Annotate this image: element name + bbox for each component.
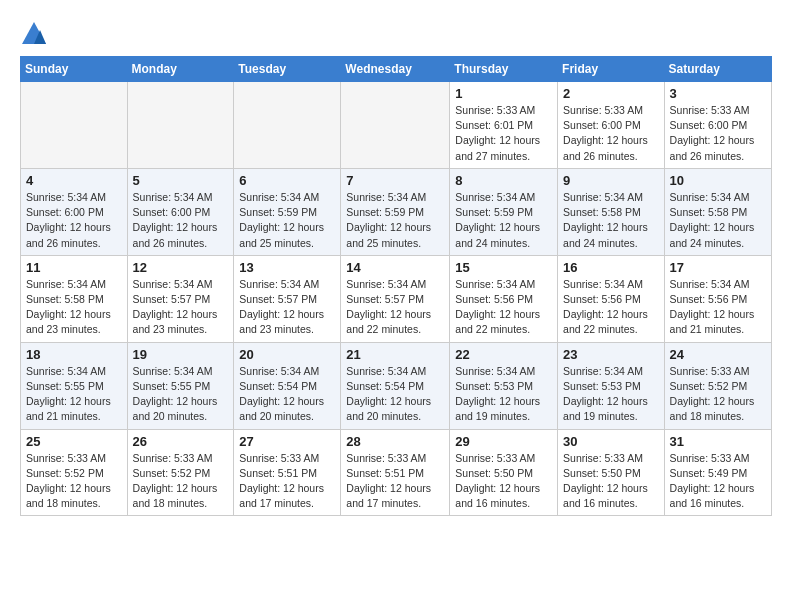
calendar-cell: 14Sunrise: 5:34 AM Sunset: 5:57 PM Dayli… xyxy=(341,255,450,342)
calendar-cell: 3Sunrise: 5:33 AM Sunset: 6:00 PM Daylig… xyxy=(664,82,771,169)
day-info: Sunrise: 5:33 AM Sunset: 6:01 PM Dayligh… xyxy=(455,103,552,164)
day-number: 11 xyxy=(26,260,122,275)
week-row-4: 18Sunrise: 5:34 AM Sunset: 5:55 PM Dayli… xyxy=(21,342,772,429)
calendar-cell: 20Sunrise: 5:34 AM Sunset: 5:54 PM Dayli… xyxy=(234,342,341,429)
day-info: Sunrise: 5:33 AM Sunset: 5:52 PM Dayligh… xyxy=(670,364,766,425)
day-number: 3 xyxy=(670,86,766,101)
day-number: 5 xyxy=(133,173,229,188)
day-number: 7 xyxy=(346,173,444,188)
calendar-cell xyxy=(341,82,450,169)
calendar-cell: 31Sunrise: 5:33 AM Sunset: 5:49 PM Dayli… xyxy=(664,429,771,516)
day-number: 18 xyxy=(26,347,122,362)
week-row-2: 4Sunrise: 5:34 AM Sunset: 6:00 PM Daylig… xyxy=(21,168,772,255)
calendar-cell: 26Sunrise: 5:33 AM Sunset: 5:52 PM Dayli… xyxy=(127,429,234,516)
calendar-cell: 15Sunrise: 5:34 AM Sunset: 5:56 PM Dayli… xyxy=(450,255,558,342)
calendar-cell: 16Sunrise: 5:34 AM Sunset: 5:56 PM Dayli… xyxy=(558,255,665,342)
calendar-table: SundayMondayTuesdayWednesdayThursdayFrid… xyxy=(20,56,772,516)
day-info: Sunrise: 5:34 AM Sunset: 5:53 PM Dayligh… xyxy=(455,364,552,425)
day-header-saturday: Saturday xyxy=(664,57,771,82)
day-number: 29 xyxy=(455,434,552,449)
day-info: Sunrise: 5:34 AM Sunset: 5:53 PM Dayligh… xyxy=(563,364,659,425)
calendar-cell: 11Sunrise: 5:34 AM Sunset: 5:58 PM Dayli… xyxy=(21,255,128,342)
day-header-sunday: Sunday xyxy=(21,57,128,82)
day-info: Sunrise: 5:34 AM Sunset: 5:55 PM Dayligh… xyxy=(26,364,122,425)
calendar-cell: 30Sunrise: 5:33 AM Sunset: 5:50 PM Dayli… xyxy=(558,429,665,516)
page-container: SundayMondayTuesdayWednesdayThursdayFrid… xyxy=(0,0,792,528)
day-number: 27 xyxy=(239,434,335,449)
day-info: Sunrise: 5:34 AM Sunset: 5:58 PM Dayligh… xyxy=(26,277,122,338)
day-number: 2 xyxy=(563,86,659,101)
calendar-cell: 25Sunrise: 5:33 AM Sunset: 5:52 PM Dayli… xyxy=(21,429,128,516)
week-row-1: 1Sunrise: 5:33 AM Sunset: 6:01 PM Daylig… xyxy=(21,82,772,169)
calendar-cell: 6Sunrise: 5:34 AM Sunset: 5:59 PM Daylig… xyxy=(234,168,341,255)
calendar-cell: 2Sunrise: 5:33 AM Sunset: 6:00 PM Daylig… xyxy=(558,82,665,169)
day-info: Sunrise: 5:34 AM Sunset: 5:57 PM Dayligh… xyxy=(346,277,444,338)
day-number: 15 xyxy=(455,260,552,275)
day-header-wednesday: Wednesday xyxy=(341,57,450,82)
calendar-cell: 19Sunrise: 5:34 AM Sunset: 5:55 PM Dayli… xyxy=(127,342,234,429)
day-number: 6 xyxy=(239,173,335,188)
day-info: Sunrise: 5:33 AM Sunset: 5:51 PM Dayligh… xyxy=(239,451,335,512)
day-info: Sunrise: 5:34 AM Sunset: 5:58 PM Dayligh… xyxy=(563,190,659,251)
calendar-cell: 22Sunrise: 5:34 AM Sunset: 5:53 PM Dayli… xyxy=(450,342,558,429)
logo xyxy=(20,20,52,48)
calendar-cell: 17Sunrise: 5:34 AM Sunset: 5:56 PM Dayli… xyxy=(664,255,771,342)
day-info: Sunrise: 5:33 AM Sunset: 5:52 PM Dayligh… xyxy=(133,451,229,512)
day-info: Sunrise: 5:34 AM Sunset: 6:00 PM Dayligh… xyxy=(26,190,122,251)
day-info: Sunrise: 5:33 AM Sunset: 5:50 PM Dayligh… xyxy=(563,451,659,512)
day-info: Sunrise: 5:34 AM Sunset: 5:59 PM Dayligh… xyxy=(346,190,444,251)
day-header-tuesday: Tuesday xyxy=(234,57,341,82)
day-number: 13 xyxy=(239,260,335,275)
day-info: Sunrise: 5:34 AM Sunset: 5:56 PM Dayligh… xyxy=(670,277,766,338)
day-info: Sunrise: 5:34 AM Sunset: 5:54 PM Dayligh… xyxy=(239,364,335,425)
day-info: Sunrise: 5:34 AM Sunset: 5:57 PM Dayligh… xyxy=(133,277,229,338)
calendar-cell: 18Sunrise: 5:34 AM Sunset: 5:55 PM Dayli… xyxy=(21,342,128,429)
day-number: 30 xyxy=(563,434,659,449)
day-number: 22 xyxy=(455,347,552,362)
day-number: 20 xyxy=(239,347,335,362)
day-header-thursday: Thursday xyxy=(450,57,558,82)
calendar-cell: 29Sunrise: 5:33 AM Sunset: 5:50 PM Dayli… xyxy=(450,429,558,516)
day-info: Sunrise: 5:33 AM Sunset: 5:51 PM Dayligh… xyxy=(346,451,444,512)
day-number: 24 xyxy=(670,347,766,362)
header xyxy=(20,16,772,48)
day-number: 10 xyxy=(670,173,766,188)
day-number: 31 xyxy=(670,434,766,449)
calendar-cell: 5Sunrise: 5:34 AM Sunset: 6:00 PM Daylig… xyxy=(127,168,234,255)
day-info: Sunrise: 5:33 AM Sunset: 5:49 PM Dayligh… xyxy=(670,451,766,512)
day-number: 1 xyxy=(455,86,552,101)
calendar-cell: 28Sunrise: 5:33 AM Sunset: 5:51 PM Dayli… xyxy=(341,429,450,516)
day-number: 9 xyxy=(563,173,659,188)
logo-icon xyxy=(20,20,48,48)
day-number: 12 xyxy=(133,260,229,275)
day-info: Sunrise: 5:34 AM Sunset: 5:56 PM Dayligh… xyxy=(455,277,552,338)
calendar-cell: 21Sunrise: 5:34 AM Sunset: 5:54 PM Dayli… xyxy=(341,342,450,429)
day-number: 8 xyxy=(455,173,552,188)
calendar-cell: 24Sunrise: 5:33 AM Sunset: 5:52 PM Dayli… xyxy=(664,342,771,429)
calendar-cell: 7Sunrise: 5:34 AM Sunset: 5:59 PM Daylig… xyxy=(341,168,450,255)
calendar-cell: 23Sunrise: 5:34 AM Sunset: 5:53 PM Dayli… xyxy=(558,342,665,429)
calendar-cell: 4Sunrise: 5:34 AM Sunset: 6:00 PM Daylig… xyxy=(21,168,128,255)
day-number: 25 xyxy=(26,434,122,449)
week-row-3: 11Sunrise: 5:34 AM Sunset: 5:58 PM Dayli… xyxy=(21,255,772,342)
calendar-cell: 13Sunrise: 5:34 AM Sunset: 5:57 PM Dayli… xyxy=(234,255,341,342)
day-header-monday: Monday xyxy=(127,57,234,82)
day-number: 28 xyxy=(346,434,444,449)
day-info: Sunrise: 5:34 AM Sunset: 6:00 PM Dayligh… xyxy=(133,190,229,251)
calendar-cell: 10Sunrise: 5:34 AM Sunset: 5:58 PM Dayli… xyxy=(664,168,771,255)
day-info: Sunrise: 5:33 AM Sunset: 6:00 PM Dayligh… xyxy=(563,103,659,164)
day-number: 21 xyxy=(346,347,444,362)
header-row: SundayMondayTuesdayWednesdayThursdayFrid… xyxy=(21,57,772,82)
day-number: 14 xyxy=(346,260,444,275)
day-info: Sunrise: 5:33 AM Sunset: 5:50 PM Dayligh… xyxy=(455,451,552,512)
day-info: Sunrise: 5:34 AM Sunset: 5:56 PM Dayligh… xyxy=(563,277,659,338)
calendar-cell: 12Sunrise: 5:34 AM Sunset: 5:57 PM Dayli… xyxy=(127,255,234,342)
day-number: 19 xyxy=(133,347,229,362)
day-number: 4 xyxy=(26,173,122,188)
day-info: Sunrise: 5:33 AM Sunset: 5:52 PM Dayligh… xyxy=(26,451,122,512)
calendar-cell xyxy=(21,82,128,169)
calendar-cell: 1Sunrise: 5:33 AM Sunset: 6:01 PM Daylig… xyxy=(450,82,558,169)
day-info: Sunrise: 5:34 AM Sunset: 5:55 PM Dayligh… xyxy=(133,364,229,425)
day-number: 26 xyxy=(133,434,229,449)
day-number: 17 xyxy=(670,260,766,275)
